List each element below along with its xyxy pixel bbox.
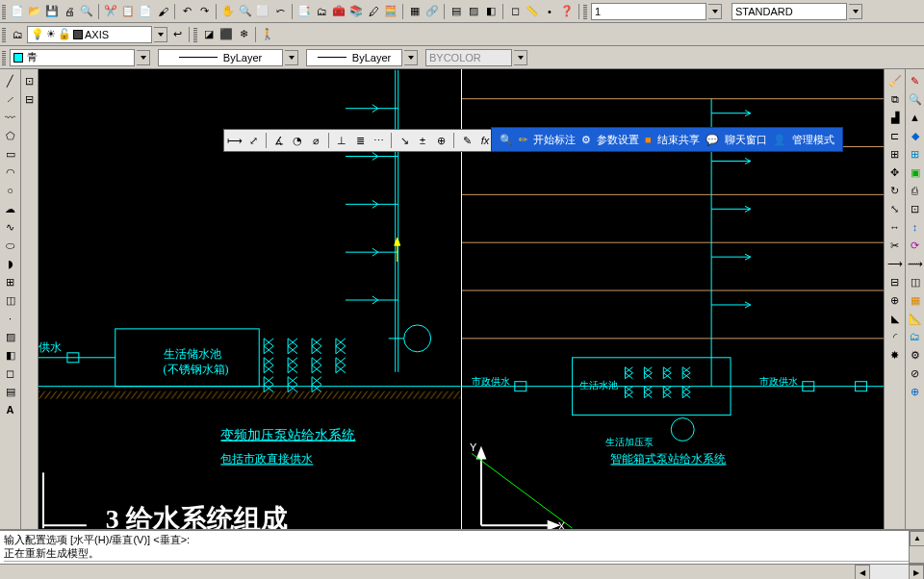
move-icon[interactable]: ✥ [887,164,903,180]
x8-icon[interactable]: ⊡ [908,201,923,216]
dim-base-icon[interactable]: ≣ [352,133,368,148]
x13-icon[interactable]: ▦ [908,292,923,308]
dim-ord-icon[interactable]: ⊥ [334,133,349,148]
chamfer-icon[interactable]: ◣ [887,311,903,326]
tp-icon[interactable]: 🧰 [331,4,346,19]
xref-icon[interactable]: 🔗 [424,4,440,19]
cut-icon[interactable]: ✂️ [103,4,118,19]
dim-rad-icon[interactable]: ◔ [290,133,305,148]
stop-icon[interactable]: ■ [645,134,652,145]
undo-icon[interactable]: ↶ [179,4,194,19]
x2-icon[interactable]: 🔍 [908,91,923,107]
pline-icon[interactable]: 〰 [3,110,18,125]
pencil-icon[interactable]: ✏ [519,134,527,146]
earc-icon[interactable]: ◗ [3,256,18,271]
join-icon[interactable]: ⊕ [887,292,903,308]
grad-icon[interactable]: ◧ [3,347,18,363]
new-icon[interactable]: 📄 [10,4,25,19]
zoom-win-icon[interactable]: ⬜ [255,4,270,19]
hatch-icon[interactable]: ▨ [3,329,18,344]
save-icon[interactable]: 💾 [44,4,60,19]
linetype-combo[interactable]: ByLayer [158,49,283,66]
fillet-icon[interactable]: ◜ [887,329,903,344]
dim-dia-icon[interactable]: ⌀ [308,133,323,148]
dim-lin-icon[interactable]: ⟼ [227,133,243,148]
explode-icon[interactable]: ✸ [887,347,903,363]
annot-param[interactable]: 参数设置 [597,133,639,147]
grip[interactable] [2,4,6,19]
x17-icon[interactable]: ⊘ [908,365,923,381]
break-icon[interactable]: ⊟ [887,274,903,290]
dim-ang-icon[interactable]: ∡ [271,133,287,148]
layer-frz-icon[interactable]: ❄ [236,27,251,42]
layer-mgr-icon[interactable]: 🗂 [10,27,25,42]
plotstyle-dd[interactable] [514,50,527,65]
chat-icon[interactable]: 💬 [706,134,719,146]
print-icon[interactable]: 🖨 [62,4,77,19]
help-icon[interactable]: ❓ [559,4,575,19]
layer-dd[interactable] [154,27,167,42]
float-dim-toolbar[interactable]: ⟼ ⤢ ∡ ◔ ⌀ ⊥ ≣ ⋯ ↘ ± ⊕ ✎ fx × [223,129,508,152]
sheet-icon[interactable]: 📚 [348,4,364,19]
ellipse-icon[interactable]: ⬭ [3,238,18,253]
hatch-icon[interactable]: ▨ [466,4,481,19]
x7-icon[interactable]: ⎙ [908,183,923,198]
x6-icon[interactable]: ▣ [908,164,923,180]
erase-icon[interactable]: 🧹 [887,73,903,88]
layer-off-icon[interactable]: ⬛ [218,27,234,42]
extend-icon[interactable]: ⟶ [887,256,903,271]
scroll-track[interactable] [870,565,909,579]
layer-prev-icon[interactable]: ↩ [169,27,185,42]
gear-icon[interactable]: ⚙ [581,134,591,146]
x4-icon[interactable]: ◆ [908,128,923,143]
pan-icon[interactable]: ✋ [220,4,236,19]
rect-icon[interactable]: ▭ [3,146,18,162]
insert-icon[interactable]: ⊞ [3,274,18,290]
lineweight-dd[interactable] [404,50,418,65]
x11-icon[interactable]: ⟿ [908,256,923,271]
grad-icon[interactable]: ◧ [483,4,499,19]
x15-icon[interactable]: 🗂 [908,329,923,344]
color-dd[interactable] [137,50,150,65]
zoom-prev-icon[interactable]: ⤺ [272,4,288,19]
magnify-icon[interactable]: 🔍 [500,134,513,146]
x1-icon[interactable]: ✎ [908,73,923,88]
stretch-icon[interactable]: ↔ [887,219,903,235]
h-scrollbar[interactable]: ◀ ▶ [0,564,924,579]
offset-icon[interactable]: ⊏ [887,128,903,143]
xline-icon[interactable]: ⟋ [3,91,18,107]
lineweight-combo[interactable]: ByLayer [306,49,402,66]
annot-end[interactable]: 结束共享 [657,133,700,147]
zoom-rt-icon[interactable]: 🔍 [238,4,253,19]
layer-walk-icon[interactable]: 🚶 [260,27,275,42]
annot-chat[interactable]: 聊天窗口 [725,133,767,147]
arc-icon[interactable]: ◠ [3,164,18,180]
props-icon[interactable]: 📑 [296,4,312,19]
scale-dd[interactable] [708,4,722,19]
annot-admin[interactable]: 管理模式 [792,133,834,147]
dist-icon[interactable]: 📏 [525,4,540,19]
calc-icon[interactable]: 🧮 [383,4,398,19]
markup-icon[interactable]: 🖊 [366,4,381,19]
x18-icon[interactable]: ⊕ [908,384,923,399]
scroll-right-btn[interactable]: ▶ [909,565,924,579]
x10-icon[interactable]: ⟳ [908,238,923,253]
tool-b-icon[interactable]: ⊟ [22,91,38,107]
open-icon[interactable]: 📂 [27,4,42,19]
scroll-left-btn[interactable]: ◀ [855,565,870,579]
color-combo[interactable]: 青 [10,49,135,66]
tbl-icon[interactable]: ▤ [449,4,464,19]
array-icon[interactable]: ⊞ [887,146,903,162]
line-icon[interactable]: ╱ [3,73,18,88]
dim-tol-icon[interactable]: ± [415,133,430,148]
pt-icon[interactable]: • [542,4,557,19]
dc-icon[interactable]: 🗂 [314,4,329,19]
tool-a-icon[interactable]: ⊡ [22,73,38,88]
circle-icon[interactable]: ○ [3,183,18,198]
scale-icon[interactable]: ⤡ [887,201,903,216]
copy-icon[interactable]: 📋 [120,4,136,19]
plotstyle-combo[interactable]: BYCOLOR [425,49,512,66]
x16-icon[interactable]: ⚙ [908,347,923,363]
rotate-icon[interactable]: ↻ [887,183,903,198]
dim-ali-icon[interactable]: ⤢ [245,133,261,148]
